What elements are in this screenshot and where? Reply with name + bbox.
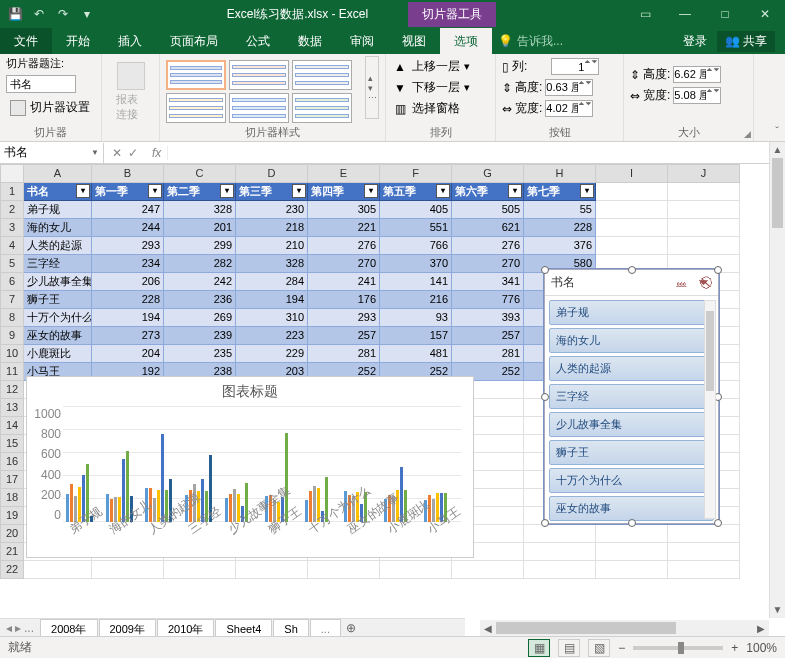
table-cell[interactable]: 293 <box>308 309 380 327</box>
table-cell[interactable]: 244 <box>92 219 164 237</box>
vertical-scrollbar[interactable]: ▲ ▼ <box>769 142 785 618</box>
slicer-item[interactable]: 弟子规 <box>549 300 714 325</box>
cell[interactable] <box>452 561 524 579</box>
table-cell[interactable]: 239 <box>164 327 236 345</box>
col-header[interactable]: D <box>236 164 308 183</box>
new-sheet-icon[interactable]: ⊕ <box>342 621 360 635</box>
cell[interactable] <box>668 561 740 579</box>
row-header[interactable]: 6 <box>0 273 24 291</box>
col-header[interactable]: E <box>308 164 380 183</box>
scroll-right-icon[interactable]: ▶ <box>753 623 769 634</box>
row-header[interactable]: 4 <box>0 237 24 255</box>
fx-label[interactable]: fx <box>146 146 168 160</box>
slicer-scrollbar[interactable] <box>704 300 716 519</box>
row-header[interactable]: 7 <box>0 291 24 309</box>
cell[interactable] <box>668 201 740 219</box>
tab-view[interactable]: 视图 <box>388 28 440 54</box>
style-item[interactable] <box>292 93 352 123</box>
table-cell[interactable]: 281 <box>308 345 380 363</box>
normal-view-icon[interactable]: ▦ <box>528 639 550 657</box>
btn-width-input[interactable] <box>545 100 593 117</box>
cell[interactable] <box>24 561 92 579</box>
table-cell[interactable]: 少儿故事全集 <box>24 273 92 291</box>
name-box[interactable]: 书名▼ <box>0 143 104 163</box>
col-header[interactable]: I <box>596 164 668 183</box>
col-header[interactable]: F <box>380 164 452 183</box>
table-cell[interactable]: 小鹿斑比 <box>24 345 92 363</box>
filter-icon[interactable]: ▾ <box>148 184 162 198</box>
multiselect-icon[interactable]: ⅏ <box>672 274 690 292</box>
cell[interactable] <box>164 561 236 579</box>
table-cell[interactable]: 三字经 <box>24 255 92 273</box>
table-cell[interactable]: 393 <box>452 309 524 327</box>
report-connections-button[interactable]: 报表连接 <box>108 58 153 126</box>
table-cell[interactable]: 284 <box>236 273 308 291</box>
page-layout-view-icon[interactable]: ▤ <box>558 639 580 657</box>
table-cell[interactable]: 221 <box>308 219 380 237</box>
table-header[interactable]: 第七季▾ <box>524 183 596 201</box>
table-cell[interactable]: 55 <box>524 201 596 219</box>
col-header[interactable]: C <box>164 164 236 183</box>
scroll-down-icon[interactable]: ▼ <box>770 602 785 618</box>
row-header[interactable]: 22 <box>0 561 24 579</box>
sheet-tab-overflow[interactable]: ... <box>310 619 341 637</box>
cell[interactable] <box>668 219 740 237</box>
save-icon[interactable]: 💾 <box>4 3 26 25</box>
cell[interactable] <box>524 543 596 561</box>
table-header[interactable]: 第三季▾ <box>236 183 308 201</box>
col-header[interactable]: B <box>92 164 164 183</box>
zoom-level[interactable]: 100% <box>746 641 777 655</box>
table-cell[interactable]: 狮子王 <box>24 291 92 309</box>
row-header[interactable]: 13 <box>0 399 24 417</box>
row-header[interactable]: 11 <box>0 363 24 381</box>
style-item[interactable] <box>229 60 289 90</box>
table-cell[interactable]: 242 <box>164 273 236 291</box>
page-break-view-icon[interactable]: ▧ <box>588 639 610 657</box>
size-launcher-icon[interactable]: ◢ <box>744 129 751 139</box>
table-cell[interactable]: 人类的起源 <box>24 237 92 255</box>
slicer-item[interactable]: 十万个为什么 <box>549 468 714 493</box>
table-cell[interactable]: 505 <box>452 201 524 219</box>
slicer-item[interactable]: 人类的起源 <box>549 356 714 381</box>
row-header[interactable]: 16 <box>0 453 24 471</box>
filter-icon[interactable]: ▾ <box>580 184 594 198</box>
row-header[interactable]: 9 <box>0 327 24 345</box>
minimize-icon[interactable]: — <box>665 0 705 28</box>
col-header[interactable]: H <box>524 164 596 183</box>
slicer-item[interactable]: 少儿故事全集 <box>549 412 714 437</box>
table-cell[interactable]: 230 <box>236 201 308 219</box>
row-header[interactable]: 18 <box>0 489 24 507</box>
horizontal-scrollbar[interactable]: ◀ ▶ <box>480 620 769 636</box>
row-header[interactable]: 8 <box>0 309 24 327</box>
table-cell[interactable]: 270 <box>452 255 524 273</box>
row-header[interactable]: 15 <box>0 435 24 453</box>
tab-options[interactable]: 选项 <box>440 28 492 54</box>
table-cell[interactable]: 93 <box>380 309 452 327</box>
cell[interactable] <box>596 219 668 237</box>
table-header[interactable]: 书名▾ <box>24 183 92 201</box>
table-cell[interactable]: 241 <box>308 273 380 291</box>
slicer-item[interactable]: 狮子王 <box>549 440 714 465</box>
cell[interactable] <box>524 561 596 579</box>
table-cell[interactable]: 376 <box>524 237 596 255</box>
namebox-dropdown-icon[interactable]: ▼ <box>91 148 99 157</box>
gallery-more-button[interactable]: ▴▾⋯ <box>365 56 379 119</box>
tab-file[interactable]: 文件 <box>0 28 52 54</box>
table-header[interactable]: 第二季▾ <box>164 183 236 201</box>
slicer-style-gallery[interactable] <box>166 56 362 123</box>
table-cell[interactable]: 236 <box>164 291 236 309</box>
filter-icon[interactable]: ▾ <box>364 184 378 198</box>
filter-icon[interactable]: ▾ <box>76 184 90 198</box>
table-cell[interactable]: 276 <box>452 237 524 255</box>
row-header[interactable]: 1 <box>0 183 24 201</box>
cell[interactable] <box>92 561 164 579</box>
col-header[interactable]: G <box>452 164 524 183</box>
table-cell[interactable]: 弟子规 <box>24 201 92 219</box>
table-cell[interactable]: 370 <box>380 255 452 273</box>
zoom-out-icon[interactable]: − <box>618 641 625 655</box>
send-backward-button[interactable]: ▼下移一层 ▾ <box>392 77 489 98</box>
style-item[interactable] <box>229 93 289 123</box>
table-header[interactable]: 第一季▾ <box>92 183 164 201</box>
table-cell[interactable]: 229 <box>236 345 308 363</box>
table-cell[interactable]: 328 <box>236 255 308 273</box>
